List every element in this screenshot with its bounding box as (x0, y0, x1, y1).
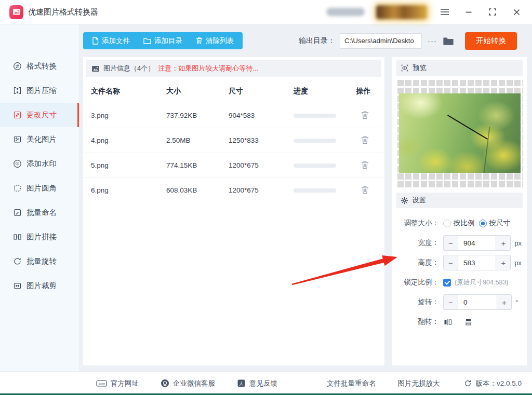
width-label: 宽度： (397, 238, 439, 248)
clear-list-button[interactable]: 清除列表 (189, 32, 241, 49)
sidebar-item-beautify[interactable]: 美化图片 (0, 127, 79, 152)
wechat-support-link[interactable]: 企业微信客服 (161, 379, 215, 388)
width-input[interactable] (458, 236, 496, 250)
table-row[interactable]: 4.png 2.50MB 1250*833 (83, 128, 384, 153)
width-unit: px (514, 239, 522, 247)
delete-file-button[interactable] (361, 135, 369, 144)
table-row[interactable]: 3.png 737.92KB 904*583 (83, 103, 384, 128)
table-row[interactable]: 5.png 774.15KB 1200*675 (83, 153, 384, 178)
preview-canvas (396, 79, 523, 187)
sidebar-item-stitch[interactable]: 图片拼接 (0, 225, 79, 249)
open-folder-button[interactable] (443, 36, 454, 46)
batch-rename-link[interactable]: 文件批量重命名 (327, 379, 376, 388)
file-dims: 904*583 (229, 112, 294, 119)
radio-selected-icon[interactable] (479, 220, 487, 227)
add-file-button[interactable]: 添加文件 (85, 32, 137, 49)
redacted-text (326, 8, 365, 16)
folder-icon (143, 37, 151, 44)
radio-by-ratio[interactable]: 按比例 (443, 219, 475, 228)
file-list-panel: 图片信息（4个） 注意：如果图片较大请耐心等待... 文件名称 大小 尺寸 进度… (83, 57, 384, 365)
sidebar-item-image-compress[interactable]: 图片压缩 (0, 78, 79, 103)
sidebar-item-batch-rotate[interactable]: 批量旋转 (0, 249, 79, 274)
delete-file-button[interactable] (361, 160, 369, 169)
flip-vertical-button[interactable] (464, 318, 473, 326)
version-label: 版本：v2.0.5.0 (475, 379, 522, 388)
minimize-icon[interactable] (462, 6, 475, 18)
preview-title: 预览 (413, 63, 427, 73)
preview-eye-icon (401, 64, 409, 72)
menu-icon[interactable] (438, 6, 451, 18)
preview-image (399, 93, 521, 173)
height-decrement-button[interactable]: − (444, 255, 458, 270)
radio-unselected-icon[interactable] (443, 220, 451, 227)
redacted-vip-button[interactable] (376, 5, 427, 19)
col-size: 大小 (166, 87, 229, 96)
rounded-corner-icon (13, 184, 22, 193)
sidebar-item-label: 美化图片 (26, 134, 57, 144)
height-label: 高度： (397, 258, 439, 267)
col-progress: 进度 (294, 87, 345, 96)
sidebar-item-format-convert[interactable]: 格式转换 (0, 54, 79, 78)
delete-file-button[interactable] (361, 185, 369, 194)
delete-file-button[interactable] (361, 111, 369, 119)
sidebar-item-resize[interactable]: 更改尺寸 (0, 103, 79, 127)
width-increment-button[interactable]: + (496, 236, 510, 250)
add-folder-button[interactable]: 添加目录 (137, 32, 189, 49)
flip-horizontal-button[interactable] (443, 318, 453, 326)
rotate-input[interactable] (458, 295, 497, 309)
sidebar-item-watermark[interactable]: 印 添加水印 (0, 152, 79, 176)
image-stitch-icon (13, 233, 22, 241)
height-input[interactable] (458, 255, 496, 270)
feedback-link[interactable]: 人 意见反馈 (237, 379, 277, 388)
preview-settings-panel: 预览 设置 调整大小： 按比例 按尺寸 (392, 57, 527, 365)
resize-mode-row: 调整大小： 按比例 按尺寸 (397, 215, 522, 231)
add-file-label: 添加文件 (102, 36, 130, 46)
progress-bar (294, 188, 336, 193)
batch-rename-icon (13, 208, 22, 217)
lock-ratio-label: 锁定比例： (397, 278, 439, 287)
progress-bar (294, 164, 336, 168)
close-icon[interactable] (510, 6, 523, 18)
width-row: 宽度： − + px (397, 235, 522, 251)
original-size-hint: (原始尺寸904:583) (455, 278, 509, 287)
trash-icon (361, 111, 369, 119)
rotate-increment-button[interactable]: + (497, 295, 511, 309)
file-icon (92, 37, 99, 45)
output-dir-label: 输出目录： (299, 36, 335, 46)
sidebar-item-batch-rename[interactable]: 批量命名 (0, 200, 79, 225)
output-dir-input[interactable] (340, 33, 422, 49)
open-folder-icon (443, 36, 454, 46)
progress-bar (294, 139, 336, 143)
height-increment-button[interactable]: + (496, 255, 510, 270)
sidebar-item-crop[interactable]: 图片裁剪 (0, 274, 79, 298)
version-check-link[interactable]: 版本：v2.0.5.0 (464, 379, 522, 388)
rotate-decrement-button[interactable]: − (444, 295, 458, 309)
maximize-icon[interactable] (486, 6, 499, 18)
rotate-label: 旋转： (397, 297, 439, 307)
rotate-row: 旋转： − + ° (397, 294, 522, 310)
wait-warning-label: 注意：如果图片较大请耐心等待... (158, 64, 258, 73)
lossless-upscale-link[interactable]: 图片无损放大 (398, 379, 440, 388)
width-decrement-button[interactable]: − (444, 236, 458, 250)
toolbar: 添加文件 添加目录 清除列表 输出目录： ··· 开始转换 (83, 24, 517, 57)
table-row[interactable]: 6.png 608.03KB 1200*675 (83, 178, 384, 202)
sidebar-item-label: 更改尺寸 (26, 110, 57, 120)
progress-bar (294, 114, 336, 118)
file-size: 737.92KB (166, 112, 229, 119)
official-website-link[interactable]: .com 官方网址 (96, 379, 139, 388)
sidebar-item-label: 图片裁剪 (26, 281, 57, 291)
flip-horizontal-icon (443, 318, 453, 326)
lock-ratio-checkbox[interactable] (443, 279, 451, 287)
browse-more-button[interactable]: ··· (427, 36, 438, 45)
start-convert-button[interactable]: 开始转换 (465, 32, 517, 50)
file-count-label: 图片信息（4个） (103, 64, 154, 73)
app-logo-icon (9, 5, 23, 19)
sidebar: 格式转换 图片压缩 更改尺寸 美化图片 印 添加水印 图片圆角 批量命名 图片拼 (0, 24, 79, 371)
sidebar-item-rounded-corner[interactable]: 图片圆角 (0, 176, 79, 200)
picture-info-icon (91, 65, 100, 73)
radio-by-size[interactable]: 按尺寸 (479, 219, 511, 228)
sidebar-item-label: 批量命名 (26, 208, 57, 217)
app-title: 优速图片格式转换器 (28, 7, 98, 17)
svg-text:.com: .com (98, 382, 105, 385)
feedback-icon: 人 (237, 379, 246, 388)
